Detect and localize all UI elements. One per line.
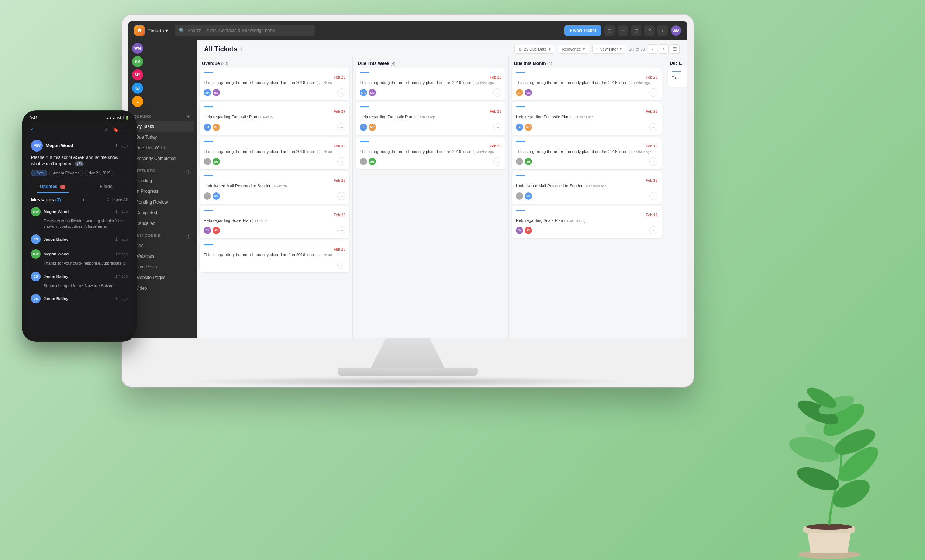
list-view-button[interactable]: ☰ — [670, 44, 679, 54]
message-username: Megan Wood — [44, 252, 69, 256]
card-more-button[interactable]: ··· — [337, 89, 345, 97]
sidebar-item-in-progress[interactable]: In Progress — [131, 186, 194, 197]
tag-date[interactable]: Nov 21, 2019 — [85, 170, 114, 176]
sidebar-item-due-this-week[interactable]: Due This Week — [131, 143, 194, 153]
columns-icon[interactable]: ☰ — [618, 26, 628, 36]
avatar-wm[interactable]: WM — [132, 43, 143, 54]
card-title: This is regarding the order I recently p… — [204, 79, 345, 86]
card-more-button[interactable]: ··· — [337, 226, 345, 234]
ticket-card[interactable]: Th... — [668, 68, 687, 87]
sidebar-item-ads[interactable]: Ads — [131, 240, 194, 251]
card-accent-bar — [516, 72, 526, 73]
avatar-l[interactable]: L — [132, 96, 143, 107]
table-icon[interactable]: ⊟ — [631, 26, 641, 36]
statuses-add-button[interactable]: + — [185, 168, 191, 174]
card-more-button[interactable]: ··· — [493, 158, 502, 165]
ticket-card[interactable]: Feb 25 Help regarding Fantastic Plan (3)… — [356, 102, 506, 135]
ticket-card[interactable]: Feb 18 This is regarding the order I rec… — [512, 137, 661, 169]
tag-new[interactable]: • New — [31, 170, 47, 176]
star-icon[interactable]: ☆ — [104, 126, 109, 132]
ticket-card[interactable]: Feb 26 Help regarding Scale Plan (1) Feb… — [200, 206, 350, 238]
sidebar-item-completed[interactable]: Completed — [131, 207, 194, 218]
messages-header: Messages (3) ▾ Collapse All — [31, 197, 128, 203]
sidebar-item-pending-review[interactable]: Pending Review — [131, 197, 194, 207]
card-more-button[interactable]: ··· — [649, 192, 657, 200]
card-accent-bar — [204, 210, 213, 211]
card-more-button[interactable]: ··· — [337, 158, 345, 165]
assignee-avatar: CG — [212, 192, 220, 200]
tag-assignee[interactable]: Amelia Edwards — [50, 170, 83, 176]
monitor-stand — [371, 338, 444, 368]
sidebar-item-cancelled[interactable]: Cancelled — [131, 218, 194, 228]
tab-updates[interactable]: Updates 3 — [26, 180, 79, 193]
sidebar-item-pending[interactable]: Pending — [131, 176, 194, 186]
card-footer: MK UB ··· — [360, 89, 502, 97]
phone-message-time: 1m ago — [116, 144, 128, 148]
ticket-card[interactable]: Feb 30 This is regarding the order I rec… — [200, 137, 350, 169]
sidebar-item-recently-completed[interactable]: Recently Completed — [131, 153, 194, 164]
sidebar-item-blog-posts[interactable]: Blog Posts — [131, 262, 194, 272]
next-page-button[interactable]: › — [659, 44, 669, 54]
card-more-button[interactable]: ··· — [337, 123, 345, 131]
avatar-sm[interactable]: SM — [132, 56, 143, 67]
collapse-all-button[interactable]: Collapse All — [107, 197, 128, 202]
tab-fields[interactable]: Fields — [79, 180, 133, 193]
card-footer: ··· — [204, 261, 345, 269]
card-more-button[interactable]: ··· — [649, 158, 657, 165]
ticket-card[interactable]: Feb 27 Help regarding Fantastic Plan (3)… — [200, 102, 350, 135]
sidebar-item-my-tasks[interactable]: My Tasks — [131, 121, 194, 132]
card-title: Th... — [672, 75, 684, 80]
assignee-avatar: MP — [369, 123, 376, 131]
card-avatars: – SG — [204, 158, 220, 165]
user-avatar[interactable]: WM — [671, 26, 681, 36]
message-time: 1m ago — [116, 237, 128, 242]
ticket-card[interactable]: Feb 26 Undelivered Mail Returned to Send… — [200, 171, 350, 204]
relevance-filter-button[interactable]: Relevance ▾ — [558, 45, 589, 54]
top-bar: Tickets ▾ 🔍 Search Tickets, Contacts & K… — [128, 21, 687, 40]
page-info-icon[interactable]: ℹ — [240, 47, 242, 52]
sidebar-item-video[interactable]: Video — [131, 283, 194, 293]
card-more-button[interactable]: ··· — [649, 226, 657, 234]
card-accent-bar — [360, 72, 369, 73]
bookmark-icon[interactable]: 🔖 — [113, 126, 119, 132]
info-top-icon[interactable]: ℹ — [657, 26, 668, 36]
card-accent-bar — [204, 175, 213, 176]
card-more-button[interactable]: ··· — [493, 89, 502, 97]
sort-by-due-date-button[interactable]: ⇅ By Due Date ▾ — [514, 45, 554, 54]
sidebar-item-due-today[interactable]: Due Today — [131, 132, 194, 142]
ticket-card[interactable]: Feb 26 This is regarding the order I rec… — [356, 68, 506, 100]
page-title: All Tickets — [204, 45, 237, 53]
message-username: Megan Wood — [44, 209, 69, 214]
message-username: Jason Bailey — [44, 274, 68, 279]
sidebar-item-website-pages[interactable]: Website Pages — [131, 272, 194, 283]
ticket-card[interactable]: Feb 25 This is regarding the order I rec… — [356, 137, 506, 169]
new-ticket-button[interactable]: + New Ticket — [564, 26, 601, 36]
card-date: Feb 20 — [333, 248, 345, 251]
card-more-button[interactable]: ··· — [493, 123, 502, 131]
search-bar[interactable]: 🔍 Search Tickets, Contacts & Knowledge b… — [175, 25, 315, 36]
card-more-button[interactable]: ··· — [337, 261, 345, 269]
ticket-card[interactable]: Feb 20 This is regarding the order I rec… — [200, 240, 350, 272]
ticket-card[interactable]: Feb 26 Help regarding Fantastic Plan (3)… — [512, 102, 661, 135]
ticket-card[interactable]: Feb 12 Help regarding Scale Plan (1) 30 … — [512, 206, 661, 238]
grid-icon[interactable]: ⊞ — [604, 26, 615, 36]
back-button[interactable]: ‹ — [31, 125, 33, 133]
card-more-button[interactable]: ··· — [337, 192, 345, 200]
categories-add-button[interactable]: + — [185, 233, 191, 239]
avatar-my[interactable]: MY — [132, 69, 143, 80]
card-more-button[interactable]: ··· — [649, 89, 657, 97]
new-filter-button[interactable]: + New Filter ▾ — [592, 45, 626, 54]
ticket-card[interactable]: Feb 26 This is regarding the order I rec… — [512, 68, 661, 100]
prev-page-button[interactable]: ‹ — [648, 44, 657, 54]
card-more-button[interactable]: ··· — [649, 123, 657, 131]
avatar-sj[interactable]: SJ — [132, 83, 143, 94]
clock-icon[interactable]: ⏱ — [644, 26, 655, 36]
more-icon[interactable]: ⋮ — [122, 126, 128, 132]
assignee-avatar: SG — [212, 158, 220, 165]
assignee-avatar: AV — [212, 227, 220, 234]
queues-add-button[interactable]: + — [185, 114, 191, 119]
sidebar-item-webinars[interactable]: Webinars — [131, 251, 194, 261]
ticket-card[interactable]: Feb 26 This is regarding the order I rec… — [200, 68, 350, 100]
ticket-card[interactable]: Feb 13 Undelivered Mail Returned to Send… — [512, 171, 661, 204]
signal-icon: ▲▲▲ — [105, 116, 116, 120]
